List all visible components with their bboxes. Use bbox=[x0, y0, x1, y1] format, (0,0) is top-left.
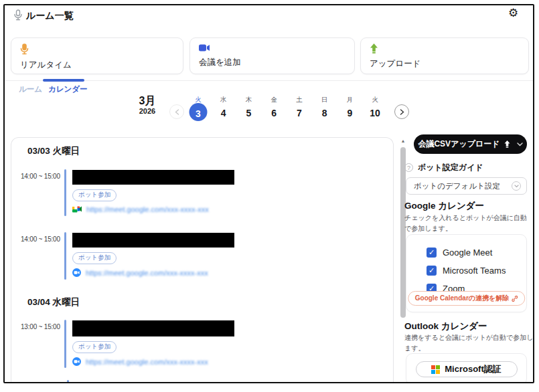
meeting-item[interactable]: 14:00 ~ 15:00 ボット参加 https://meet.google.… bbox=[21, 232, 388, 280]
upload-arrow-icon bbox=[370, 43, 520, 54]
year-label: 2026 bbox=[131, 107, 164, 115]
upload-card-label: アップロード bbox=[370, 58, 520, 70]
microsoft-auth-label: Microsoft認証 bbox=[445, 363, 502, 375]
bot-guide-label: ボット設定ガイド bbox=[418, 162, 483, 173]
month-label: 3月 bbox=[131, 95, 164, 107]
scrollbar-up-arrow[interactable]: ▲ bbox=[399, 138, 407, 143]
chevron-down-circle-icon bbox=[512, 181, 521, 191]
realtime-card-label: リアルタイム bbox=[20, 60, 174, 71]
page-title: ルーム一覧 bbox=[26, 10, 74, 22]
microphone-icon bbox=[20, 43, 174, 55]
upload-arrow-icon bbox=[504, 140, 510, 148]
google-calendar-card: ✓ Google Meet ✓ Microsoft Teams ✓ Zoom G… bbox=[406, 234, 527, 312]
app-window: ルーム一覧 ⚙ リアルタイム 会議を追加 アップロード ルーム カレンダー 3月… bbox=[3, 4, 534, 383]
day-cell[interactable]: 水4 bbox=[211, 96, 236, 128]
zoom-icon bbox=[72, 357, 81, 366]
outlook-calendar-title: Outlook カレンダー bbox=[404, 320, 487, 332]
meeting-link[interactable]: https://meet.google.com/xxx-xxxx-xxx bbox=[86, 205, 209, 213]
checkbox-checked-icon[interactable]: ✓ bbox=[427, 248, 437, 258]
microsoft-logo-icon bbox=[431, 365, 440, 374]
unlink-icon bbox=[512, 296, 518, 302]
day-cell[interactable]: 土7 bbox=[287, 96, 312, 128]
chevron-left-icon bbox=[175, 109, 179, 115]
day-cell[interactable]: 火10 bbox=[362, 96, 388, 128]
tab-calendar[interactable]: カレンダー bbox=[48, 84, 88, 94]
day-cell[interactable]: 日8 bbox=[312, 96, 337, 128]
meeting-title-redacted bbox=[72, 170, 234, 185]
checkbox-label: Microsoft Teams bbox=[443, 266, 506, 276]
csv-upload-button[interactable]: 会議CSVアップロード bbox=[414, 134, 527, 154]
month-year: 3月 2026 bbox=[131, 95, 164, 115]
meeting-title-redacted bbox=[72, 320, 234, 336]
meeting-item[interactable]: 14:00 ~ 15:00 ボット参加 https://meet.google.… bbox=[21, 169, 388, 216]
day-cell[interactable]: 月9 bbox=[337, 96, 363, 128]
google-calendar-description: チェックを入れるとボットが会議に自動で参加します。 bbox=[404, 213, 534, 233]
google-calendar-unlink-button[interactable]: Google Calendarの連携を解除 bbox=[408, 291, 525, 306]
chevron-down-icon bbox=[517, 142, 523, 146]
outlook-calendar-description: 連携をすると会議にボットが自動で参加します。 bbox=[404, 332, 534, 353]
meeting-accent-bar bbox=[64, 232, 66, 280]
add-meeting-card-label: 会議を追加 bbox=[199, 57, 345, 68]
gear-icon[interactable]: ⚙ bbox=[508, 6, 518, 20]
meeting-link[interactable]: https://meet.google.com/xxx-xxxx-xxx bbox=[86, 358, 208, 366]
meeting-time: 14:00 ~ 15:00 bbox=[21, 232, 62, 280]
zoom-icon bbox=[72, 268, 81, 277]
microsoft-auth-button[interactable]: Microsoft認証 bbox=[416, 361, 518, 377]
realtime-card[interactable]: リアルタイム bbox=[11, 37, 183, 74]
day-cell[interactable]: 火3 bbox=[185, 96, 211, 128]
csv-upload-label: 会議CSVアップロード bbox=[418, 138, 499, 150]
checkbox-row-microsoft-teams[interactable]: ✓ Microsoft Teams bbox=[427, 262, 526, 280]
google-calendar-title: Google カレンダー bbox=[404, 200, 484, 212]
unlink-button-label: Google Calendarの連携を解除 bbox=[415, 294, 509, 303]
add-meeting-card[interactable]: 会議を追加 bbox=[189, 37, 355, 74]
next-meeting-accent-bar bbox=[67, 380, 69, 383]
checkbox-row-google-meet[interactable]: ✓ Google Meet bbox=[427, 243, 526, 262]
meeting-title-redacted bbox=[72, 233, 234, 248]
date-section-header: 03/04 水曜日 bbox=[27, 296, 80, 308]
prev-week-button[interactable] bbox=[169, 104, 184, 119]
bot-guide-link[interactable]: ? ボット設定ガイド bbox=[404, 162, 483, 173]
checkbox-checked-icon[interactable]: ✓ bbox=[427, 266, 437, 276]
bot-join-badge: ボット参加 bbox=[72, 341, 117, 353]
schedule-panel: 03/03 火曜日 14:00 ~ 15:00 ボット参加 https://me… bbox=[11, 137, 394, 383]
meeting-item[interactable]: 13:00 ~ 15:00 ボット参加 https://meet.google.… bbox=[21, 320, 388, 368]
bot-join-badge: ボット参加 bbox=[72, 189, 117, 201]
next-week-button[interactable] bbox=[394, 104, 409, 119]
meeting-accent-bar bbox=[64, 320, 66, 368]
day-strip: 火3 水4 木5 金6 土7 日8 月9 火10 bbox=[185, 96, 388, 128]
meeting-link[interactable]: https://meet.google.com/xxx-xxxx-xxx bbox=[86, 269, 208, 277]
google-meet-icon bbox=[72, 205, 82, 213]
microphone-icon bbox=[14, 9, 22, 21]
upload-card[interactable]: アップロード bbox=[360, 37, 529, 74]
bot-join-badge: ボット参加 bbox=[72, 252, 117, 264]
day-cell[interactable]: 金6 bbox=[261, 96, 287, 128]
bot-default-settings-label: ボットのデフォルト設定 bbox=[414, 181, 500, 191]
meeting-time: 14:00 ~ 15:00 bbox=[21, 169, 62, 216]
outlook-calendar-card: Microsoft認証 bbox=[406, 353, 527, 383]
day-cell[interactable]: 木5 bbox=[236, 96, 262, 128]
bot-default-settings-select[interactable]: ボットのデフォルト設定 bbox=[406, 177, 527, 195]
checkbox-label: Google Meet bbox=[443, 248, 492, 258]
meeting-time: 13:00 ~ 15:00 bbox=[21, 320, 62, 368]
date-section-header: 03/03 火曜日 bbox=[27, 145, 80, 157]
active-tab-indicator bbox=[43, 79, 84, 82]
tab-room[interactable]: ルーム bbox=[19, 84, 42, 94]
video-camera-icon bbox=[199, 43, 345, 52]
meeting-accent-bar bbox=[64, 169, 66, 216]
chevron-right-icon bbox=[400, 109, 404, 115]
question-circle-icon: ? bbox=[404, 163, 413, 172]
